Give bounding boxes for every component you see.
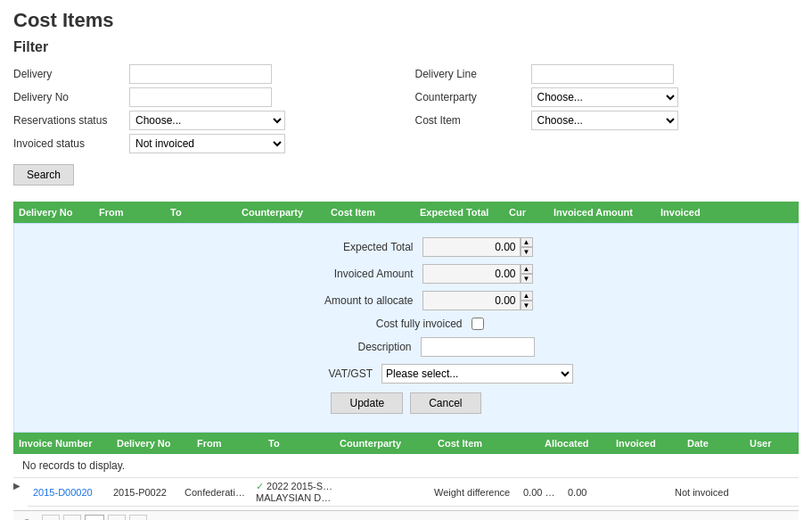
col-invoiced-amount: Invoiced Amount [548,205,655,219]
row-expected-total: 0.00 USD [518,484,562,500]
no-records: No records to display. [13,454,799,478]
last-page-button[interactable]: ▶| [129,515,147,520]
invoiced-amount-input[interactable] [422,264,521,284]
description-row: Description [32,337,780,357]
filter-delivery-row: Delivery [13,64,398,84]
amount-to-allocate-input[interactable] [422,291,521,310]
filter-counterparty-row: Counterparty Choose... [415,87,800,107]
description-control [421,337,535,357]
sub-col-invoiced: Invoiced [611,436,682,450]
cost-fully-invoiced-control [472,318,484,330]
amount-to-allocate-down[interactable]: ▼ [521,301,533,310]
expanded-form-area: Expected Total ▲ ▼ Invoiced Amount ▲ ▼ A… [13,223,799,433]
sub-col-from: From [192,436,263,450]
filter-invoiced-status-row: Invoiced status Not invoiced [13,134,398,153]
sub-col-date: Date [682,436,744,450]
main-table-header: Delivery No From To Counterparty Cost It… [13,202,799,223]
cost-fully-invoiced-row: Cost fully invoiced [32,318,780,330]
expected-total-down[interactable]: ▼ [521,247,533,257]
sub-col-to: To [263,436,334,450]
vat-gst-control: Please select... [381,364,573,384]
row-invoiced: Not invoiced [669,484,741,500]
expected-total-up[interactable]: ▲ [521,237,533,247]
row-id[interactable]: 2015-D00020 [28,484,108,500]
delivery-line-input[interactable] [531,64,674,84]
vat-gst-row: VAT/GST Please select... [32,364,780,384]
row-cost-item: Weight difference [429,484,518,500]
reservations-status-select[interactable]: Choose... [129,111,285,130]
data-row-wrapper: ▶ 2015-D00020 2015-P0022 Confederation..… [13,478,799,507]
expected-total-input[interactable] [422,237,521,257]
description-input[interactable] [421,337,535,357]
sub-col-delivery-no: Delivery No [111,436,192,450]
search-button[interactable]: Search [13,164,74,186]
page-container: Cost Items Filter Delivery Delivery No R… [0,0,812,520]
expand-arrow-icon[interactable]: ▶ [13,478,28,491]
description-label: Description [278,341,421,353]
col-cost-item: Cost Item [325,205,414,219]
filter-left-col: Delivery Delivery No Reservations status… [13,64,398,157]
cancel-button[interactable]: Cancel [410,392,480,414]
cost-fully-invoiced-label: Cost fully invoiced [329,318,472,330]
delivery-label: Delivery [13,68,129,80]
row-counterparty [340,490,429,495]
counterparty-select[interactable]: Choose... [531,87,678,107]
sub-col-user: User [744,436,807,450]
sub-col-allocated: Allocated [539,436,611,450]
filter-delivery-no-row: Delivery No [13,87,398,107]
invoiced-amount-row: Invoiced Amount ▲ ▼ [32,264,780,284]
sub-col-invoice-number: Invoice Number [13,436,111,450]
filter-section-title: Filter [13,39,799,55]
row-from: Confederation... [179,484,250,500]
sub-col-counterparty: Counterparty [334,436,432,450]
row-delivery-no: 2015-P0022 [108,484,179,500]
col-delivery-no: Delivery No [13,205,94,219]
page-title: Cost Items [13,9,799,32]
current-page: 1 [85,515,104,520]
col-to: To [165,205,236,219]
amount-to-allocate-row: Amount to allocate ▲ ▼ [32,291,780,310]
invoiced-status-select[interactable]: Not invoiced [129,134,285,153]
table-row[interactable]: 2015-D00020 2015-P0022 Confederation... … [28,478,799,507]
invoiced-amount-up[interactable]: ▲ [521,264,533,274]
row-to: ✓ 2022 2015-S0025 MALAYSIAN DAIR... [250,478,340,506]
invoiced-amount-spinners: ▲ ▼ [521,264,533,284]
refresh-button[interactable]: ↻ [21,515,38,520]
invoiced-amount-control: ▲ ▼ [422,264,533,284]
delivery-line-label: Delivery Line [415,68,531,80]
cost-fully-invoiced-checkbox[interactable] [472,318,484,330]
update-button[interactable]: Update [331,392,403,414]
row-invoiced-amount: 0.00 [562,484,669,500]
vat-gst-label: VAT/GST [239,367,381,380]
delivery-no-input[interactable] [129,87,272,107]
col-counterparty: Counterparty [236,205,325,219]
expected-total-row: Expected Total ▲ ▼ [32,237,780,257]
filter-cost-item-row: Cost Item Choose... [415,111,800,130]
vat-gst-select[interactable]: Please select... [381,364,573,384]
expected-total-spinners: ▲ ▼ [521,237,533,257]
expected-total-label: Expected Total [280,241,422,253]
filter-reservations-row: Reservations status Choose... [13,111,398,130]
delivery-input[interactable] [129,64,272,84]
col-expected-total: Expected Total [414,205,504,219]
next-page-button[interactable]: ▶ [108,515,126,520]
col-cur: Cur [504,205,548,219]
check-icon: ✓ [256,481,264,491]
filter-grid: Delivery Delivery No Reservations status… [13,64,799,157]
invoiced-status-label: Invoiced status [13,137,129,150]
delivery-no-label: Delivery No [13,91,129,103]
reservations-status-label: Reservations status [13,114,129,127]
amount-to-allocate-control: ▲ ▼ [422,291,533,310]
invoiced-amount-down[interactable]: ▼ [521,274,533,284]
first-page-button[interactable]: |◀ [42,515,60,520]
filter-right-col: Delivery Line Counterparty Choose... Cos… [415,64,800,157]
invoiced-amount-label: Invoiced Amount [280,268,422,280]
expected-total-control: ▲ ▼ [422,237,533,257]
cost-item-select[interactable]: Choose... [531,111,678,130]
filter-section: Delivery Delivery No Reservations status… [13,64,799,193]
action-buttons: Update Cancel [32,392,780,414]
sub-table-header: Invoice Number Delivery No From To Count… [13,433,799,454]
amount-to-allocate-up[interactable]: ▲ [521,291,533,301]
prev-page-button[interactable]: ◀ [63,515,81,520]
cost-item-label: Cost Item [415,114,531,127]
